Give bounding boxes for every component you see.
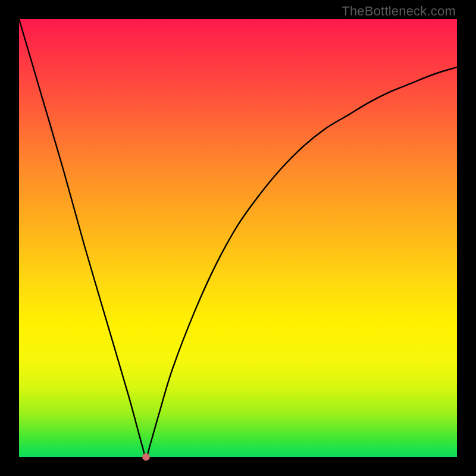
chart-frame: TheBottleneck.com [0,0,476,476]
curve-path [19,19,457,457]
plot-area [19,19,457,457]
watermark-text: TheBottleneck.com [342,4,456,19]
minimum-marker [142,453,149,461]
bottleneck-curve [19,19,457,457]
